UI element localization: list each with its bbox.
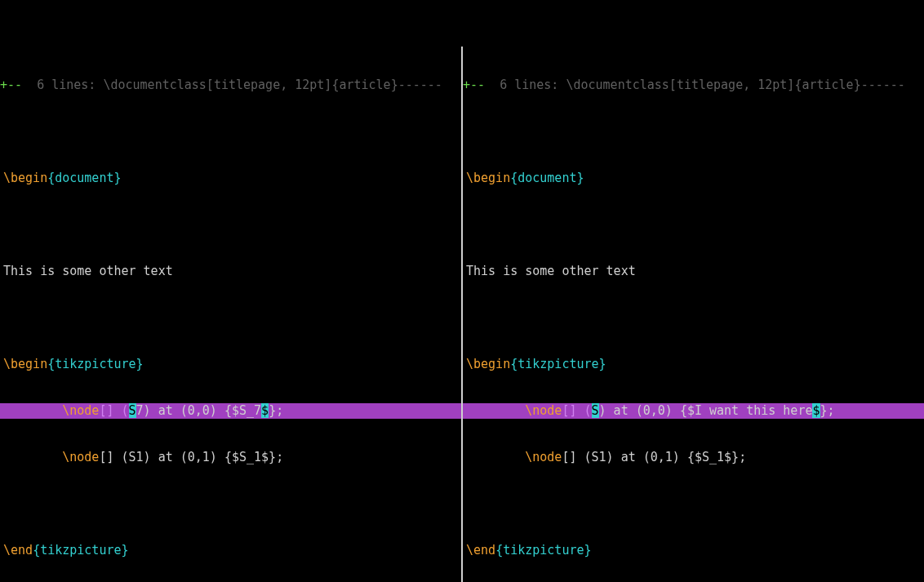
node-body: ) at (0,0) {$I want this here: [599, 403, 813, 418]
node-kw2: \node: [62, 450, 99, 464]
plain-text: This is some other text: [466, 264, 636, 278]
begin-kw: \begin: [466, 171, 510, 185]
node-kw2: \node: [525, 450, 562, 464]
fold-text: 6 lines: \documentclass[titlepage, 12pt]…: [22, 78, 442, 92]
left-pane[interactable]: +-- 6 lines: \documentclass[titlepage, 1…: [0, 47, 461, 582]
node-tail: };: [820, 403, 835, 418]
end-tikz: \end: [3, 543, 33, 558]
end-tikz: \end: [466, 543, 495, 558]
begin-tikz: \begin: [3, 357, 47, 371]
doc-id: document: [518, 171, 576, 185]
node-kw: \node: [62, 403, 99, 418]
node2: [] (S1) at (0,1) {$S_1$};: [99, 450, 283, 464]
paren: (: [122, 403, 129, 418]
tikz-id2: tikzpicture: [503, 543, 584, 558]
cursor-char: S: [129, 403, 136, 418]
fold-text: 6 lines: \documentclass[titlepage, 12pt]…: [485, 78, 905, 92]
split-panes: +-- 6 lines: \documentclass[titlepage, 1…: [0, 47, 924, 582]
fold-line[interactable]: +-- 6 lines: \documentclass[titlepage, 1…: [463, 78, 924, 93]
begin-tikz: \begin: [466, 357, 510, 371]
paren: (: [584, 403, 592, 418]
fold-line[interactable]: +-- 6 lines: \documentclass[titlepage, 1…: [0, 78, 461, 93]
diff-line-node: \node[] (S) at (0,0) {$I want this here$…: [463, 403, 924, 419]
tikz-id2: tikzpicture: [40, 543, 121, 558]
node-kw: \node: [525, 403, 562, 418]
doc-id: document: [55, 171, 113, 185]
plain-text: This is some other text: [3, 264, 173, 278]
right-pane[interactable]: +-- 6 lines: \documentclass[titlepage, 1…: [463, 47, 924, 582]
node-tail: };: [269, 403, 283, 418]
begin-kw: \begin: [3, 171, 47, 185]
diff-line-node: \node[] (S7) at (0,0) {$S_7$};: [0, 403, 461, 419]
cursor-char: S: [592, 403, 599, 418]
node2: [] (S1) at (0,1) {$S_1$};: [562, 450, 746, 464]
tikz-id: tikzpicture: [518, 357, 598, 371]
tikz-id: tikzpicture: [55, 357, 135, 371]
fold-marker: +--: [0, 78, 22, 92]
node-body: 7) at (0,0) {$S_7: [136, 403, 262, 418]
fold-marker: +--: [463, 78, 485, 92]
